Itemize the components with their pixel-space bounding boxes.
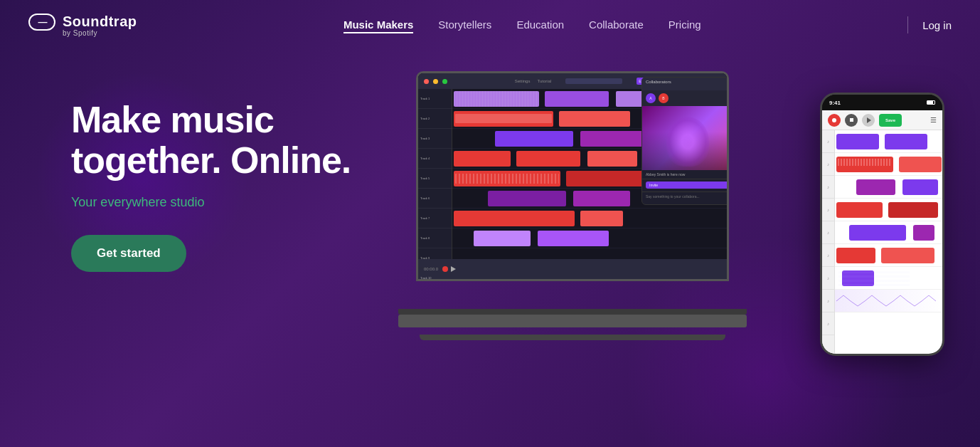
daw-block [573, 191, 630, 206]
phone-track-row-6 [835, 244, 942, 267]
phone-block [836, 248, 875, 263]
track-label-3: Track 3 [418, 129, 452, 149]
track-label-8: Track 8 [418, 228, 452, 248]
phone-block [902, 179, 938, 195]
daw-block [545, 91, 609, 107]
phone-track-row-8 [835, 290, 942, 312]
phone-block [888, 202, 938, 218]
daw-track-row-8 [452, 228, 727, 248]
piano-roll-grid [838, 270, 910, 286]
record-icon [832, 118, 836, 122]
daw-record-btn[interactable] [442, 266, 448, 272]
phone-menu-icon[interactable]: ☰ [930, 116, 937, 124]
daw-block [580, 211, 623, 226]
phone-track-row-5 [835, 221, 942, 244]
collab-image [642, 106, 727, 170]
phone-save-btn[interactable]: Save [879, 114, 902, 127]
daw-footer: 00:00.0 [418, 259, 727, 279]
daw-tracks-area: Track 1 Track 2 Track 3 Track 4 Track 5 … [418, 89, 727, 259]
daw-dot-red [424, 79, 429, 84]
track-label-6: Track 6 [418, 189, 452, 209]
hero-section: Make music together. Online. Your everyw… [0, 50, 980, 447]
collab-user-message: Abbey Smith is here now [642, 170, 727, 179]
nav-item-education[interactable]: Education [516, 19, 564, 31]
battery-fill [927, 101, 933, 104]
phone-block [913, 225, 934, 241]
collab-panel-header: Collaborators [642, 78, 727, 90]
track-label-5: Track 5 [418, 169, 452, 189]
nav-item-pricing[interactable]: Pricing [669, 19, 701, 31]
collab-invite-btn[interactable]: Invite [646, 182, 727, 189]
phone-track-label-4: ♪ [822, 199, 834, 221]
phone-track-label-8: ♪ [822, 290, 834, 312]
navbar: Soundtrap by Spotify Music Makers Storyt… [0, 0, 980, 50]
phone-home-indicator [822, 354, 942, 356]
play-icon [867, 117, 871, 123]
phone-record-btn[interactable] [828, 114, 841, 127]
phone-time: 9:41 [829, 100, 841, 106]
nav-item-music-makers[interactable]: Music Makers [343, 19, 413, 31]
daw-block [454, 171, 560, 186]
phone-block [836, 202, 883, 218]
phone-block [899, 157, 942, 172]
phone-track-label-3: ♪ [822, 176, 834, 199]
laptop-screen-container: Settings Tutorial Exit Studio Track 1 [416, 71, 729, 281]
collab-avatar-1: A [646, 93, 656, 103]
daw-block [495, 131, 573, 147]
nav-link-storytellers[interactable]: Storytellers [438, 19, 491, 31]
daw-block [474, 231, 531, 246]
logo-byline: by Spotify [63, 29, 97, 37]
nav-divider [907, 16, 908, 33]
logo-text: Soundtrap [63, 14, 137, 30]
nav-link-pricing[interactable]: Pricing [669, 19, 701, 31]
nav-link-collaborate[interactable]: Collaborate [589, 19, 644, 31]
daw-block [488, 191, 566, 206]
phone-play-btn[interactable] [862, 114, 875, 127]
nav-link-music-makers[interactable]: Music Makers [343, 19, 413, 33]
get-started-button[interactable]: Get started [71, 235, 186, 272]
collaborators-panel: Collaborators A B Abbey Smith is here no… [641, 77, 727, 205]
phone-status-icons [927, 100, 935, 105]
daw-block [454, 151, 511, 167]
phone-piano-roll [835, 267, 942, 289]
phone-block [836, 157, 893, 172]
phone-block [849, 225, 906, 241]
nav-item-collaborate[interactable]: Collaborate [589, 19, 644, 31]
hero-title: Make music together. Online. [71, 100, 384, 181]
laptop-screen: Settings Tutorial Exit Studio Track 1 [418, 73, 727, 279]
phone-track-label-1: ♪ [822, 130, 834, 153]
track-label-2: Track 2 [418, 109, 452, 129]
collab-avatar-2: B [659, 93, 669, 103]
collab-chat-placeholder: Say something to your collabora... [642, 191, 727, 201]
nav-link-education[interactable]: Education [516, 19, 564, 31]
track-label-9: Track 9 [418, 248, 452, 268]
soundtrap-logo-icon [28, 14, 55, 31]
login-button[interactable]: Log in [922, 19, 952, 31]
phone-track-label-6: ♪ [822, 244, 834, 267]
laptop-device: Settings Tutorial Exit Studio Track 1 [398, 71, 754, 370]
phone-track-label-7: ♪ [822, 267, 834, 290]
phone-toolbar: Save ☰ [822, 110, 942, 130]
daw-dot-yellow [433, 79, 438, 84]
nav-right: Log in [907, 16, 952, 33]
phone-statusbar: 9:41 [822, 95, 942, 110]
daw-block [454, 111, 553, 127]
phone-device: 9:41 [820, 93, 944, 356]
daw-block [454, 91, 539, 107]
phone-block [856, 179, 895, 195]
phone-block [836, 134, 879, 149]
phone-block [885, 134, 927, 149]
battery-icon [927, 100, 935, 105]
laptop-hinge [398, 309, 747, 315]
phone-track-row-7 [835, 267, 942, 290]
nav-item-storytellers[interactable]: Storytellers [438, 19, 491, 31]
person-silhouette [666, 117, 709, 167]
daw-block [559, 111, 630, 127]
daw-track-row-7 [452, 209, 727, 228]
phone-stop-btn[interactable] [845, 114, 858, 127]
nav-links: Music Makers Storytellers Education Coll… [343, 19, 701, 31]
logo-main[interactable]: Soundtrap [28, 14, 137, 31]
daw-block [516, 151, 580, 167]
daw-sidebar: Track 1 Track 2 Track 3 Track 4 Track 5 … [418, 89, 452, 259]
daw-block [454, 211, 575, 226]
